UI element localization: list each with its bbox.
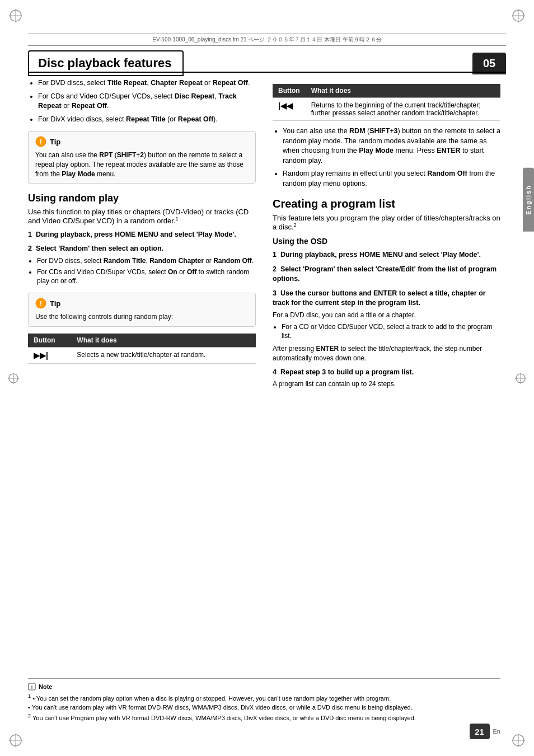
rdm-tip-bullets: You can also use the RDM (SHIFT+3) butto… bbox=[273, 126, 500, 189]
right-table-col1: Button bbox=[273, 84, 306, 98]
tip-box-1: ! Tip You can also use the RPT (SHIFT+2)… bbox=[28, 131, 256, 184]
table-col1-header: Button bbox=[28, 334, 71, 348]
sub-bullet-cd-random: For CDs and Video CD/Super VCDs, select … bbox=[37, 267, 256, 287]
repeat-bullets: For DVD discs, select Title Repeat, Chap… bbox=[28, 78, 256, 124]
random-step-1: 1 During playback, press HOME MENU and s… bbox=[28, 230, 256, 240]
program-step-3-subbullets: For a CD or Video CD/Super VCD, select a… bbox=[273, 322, 500, 341]
right-table-col2: What it does bbox=[306, 84, 500, 98]
corner-mark-tl bbox=[7, 7, 25, 25]
random-step-2: 2 Select 'Random' then select an option.… bbox=[28, 244, 256, 286]
right-table-action: Returns to the beginning of the current … bbox=[306, 98, 500, 121]
program-step-4: 4 Repeat step 3 to build up a program li… bbox=[273, 368, 500, 389]
page-footer: 21 En bbox=[470, 724, 500, 739]
file-info-bar: EV-500-1000_06_playing_discs.fm 21 ページ ２… bbox=[28, 34, 506, 46]
note-section: i Note 1 • You can set the random play o… bbox=[28, 678, 500, 722]
side-mark-right bbox=[514, 372, 527, 385]
svg-text:i: i bbox=[31, 684, 33, 689]
program-step-3-detail: For a DVD disc, you can add a title or a… bbox=[273, 311, 500, 320]
program-step-2: 2 Select 'Program' then select 'Create/E… bbox=[273, 265, 500, 284]
side-mark-left bbox=[7, 372, 20, 385]
program-sub-cd: For a CD or Video CD/Super VCD, select a… bbox=[282, 322, 500, 341]
note-item-2: 2 You can't use Program play with VR for… bbox=[28, 712, 500, 722]
note-item-0: 1 • You can set the random play option w… bbox=[28, 693, 500, 703]
table-row: |◀◀ Returns to the beginning of the curr… bbox=[273, 98, 500, 121]
note-icon: i bbox=[28, 683, 36, 691]
tip-header-1: ! Tip bbox=[35, 136, 249, 147]
svg-text:!: ! bbox=[40, 138, 42, 146]
bullet-cd: For CDs and Video CD/Super VCDs, select … bbox=[38, 92, 256, 111]
right-table-button: |◀◀ bbox=[273, 98, 306, 121]
sub-bullet-dvd-random: For DVD discs, select Random Title, Rand… bbox=[37, 256, 256, 266]
program-step-4-detail: A program list can contain up to 24 step… bbox=[273, 379, 500, 389]
left-column: For DVD discs, select Title Repeat, Chap… bbox=[28, 78, 256, 393]
tip-header-2: ! Tip bbox=[35, 298, 249, 309]
note-label: Note bbox=[39, 682, 52, 692]
table-row: ▶▶| Selects a new track/title/chapter at… bbox=[28, 347, 256, 363]
program-list-heading: Creating a program list bbox=[273, 198, 500, 210]
right-column: Button What it does |◀◀ Returns to the b… bbox=[273, 78, 500, 393]
chapter-number: 05 bbox=[483, 57, 495, 69]
header-line bbox=[28, 72, 506, 73]
program-list-intro: This feature lets you program the play o… bbox=[273, 214, 500, 231]
tip-box-2: ! Tip Use the following controls during … bbox=[28, 293, 256, 327]
program-step-3-after: After pressing ENTER to select the title… bbox=[273, 344, 500, 363]
main-content: For DVD discs, select Title Repeat, Chap… bbox=[28, 78, 500, 700]
tip-icon-2: ! bbox=[35, 298, 46, 309]
right-button-table: Button What it does |◀◀ Returns to the b… bbox=[273, 84, 500, 121]
random-play-table: Button What it does ▶▶| Selects a new tr… bbox=[28, 334, 256, 364]
page-lang: En bbox=[493, 728, 500, 735]
bullet-dvd: For DVD discs, select Title Repeat, Chap… bbox=[38, 78, 256, 88]
table-button-cell: ▶▶| bbox=[28, 347, 71, 363]
note-item-1: • You can't use random play with VR form… bbox=[28, 703, 500, 712]
corner-mark-tr bbox=[509, 7, 527, 25]
program-step-1: 1 During playback, press HOME MENU and s… bbox=[273, 250, 500, 260]
bullet-divx: For DivX video discs, select Repeat Titl… bbox=[38, 115, 256, 125]
program-step-3: 3 Use the cursor buttons and ENTER to se… bbox=[273, 289, 500, 363]
rdm-tip-bullet-1: You can also use the RDM (SHIFT+3) butto… bbox=[283, 126, 500, 166]
using-osd-subheading: Using the OSD bbox=[273, 237, 500, 246]
random-play-intro: Use this function to play titles or chap… bbox=[28, 208, 256, 225]
svg-text:!: ! bbox=[40, 299, 42, 308]
corner-mark-bl bbox=[7, 731, 25, 749]
tip1-text: You can also use the RPT (SHIFT+2) butto… bbox=[35, 151, 249, 179]
random-step-2-subbullets: For DVD discs, select Random Title, Rand… bbox=[28, 256, 256, 286]
table-action-cell: Selects a new track/title/chapter at ran… bbox=[71, 347, 256, 363]
table-col2-header: What it does bbox=[71, 334, 256, 348]
corner-mark-br bbox=[509, 731, 527, 749]
note-header: i Note bbox=[28, 682, 500, 692]
two-column-layout: For DVD discs, select Title Repeat, Chap… bbox=[28, 78, 500, 393]
english-tab: English bbox=[523, 168, 534, 232]
rdm-tip-bullet-2: Random play remains in effect until you … bbox=[283, 169, 500, 189]
chapter-number-box: 05 bbox=[472, 53, 506, 74]
tip2-text: Use the following controls during random… bbox=[35, 312, 249, 322]
page-title: Disc playback features bbox=[38, 56, 171, 70]
page-number: 21 bbox=[470, 724, 490, 739]
tip-icon-1: ! bbox=[35, 136, 46, 147]
random-play-heading: Using random play bbox=[28, 192, 256, 204]
